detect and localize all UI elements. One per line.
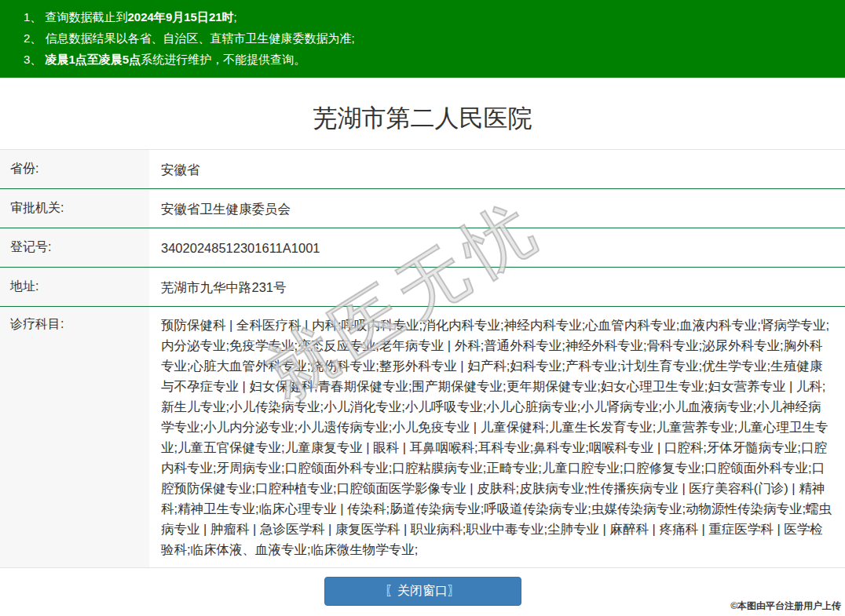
row-value: 预防保健科 | 全科医疗科 | 内科;呼吸内科专业;消化内科专业;神经内科专业;… [149,307,845,567]
notice-text: ; [234,10,237,24]
row-label: 登记号: [0,228,149,267]
row-value-text: 34020248512301611A1001 [161,238,832,258]
notice-line: 2、 信息数据结果以各省、自治区、直辖市卫生健康委数据为准; [24,27,837,49]
row-value-text: 芜湖市九华中路231号 [161,277,832,297]
row-label: 诊疗科目: [0,307,149,567]
notice-text: 3、 [24,53,46,66]
table-row: 登记号:34020248512301611A1001 [0,228,845,267]
row-value-text: 预防保健科 | 全科医疗科 | 内科;呼吸内科专业;消化内科专业;神经内科专业;… [161,315,832,560]
table-row: 地址:芜湖市九华中路231号 [0,267,845,306]
notice-bold-text: 2024年9月15日21时 [128,10,234,24]
row-label: 审批机关: [0,189,149,228]
row-value: 芜湖市九华中路231号 [149,268,845,306]
row-value-text: 安徽省 [161,159,832,180]
close-window-button[interactable]: 〖关闭窗口〗 [324,577,521,606]
notice-text: 系统进行维护，不能提供查询。 [141,53,305,66]
table-row: 省份:安徽省 [0,150,845,188]
notice-line: 1、 查询数据截止到2024年9月15日21时; [24,6,837,27]
notice-text: 2、 信息数据结果以各省、自治区、直辖市卫生健康委数据为准; [24,31,355,45]
page-title: 芜湖市第二人民医院 [0,101,845,136]
table-row: 诊疗科目:预防保健科 | 全科医疗科 | 内科;呼吸内科专业;消化内科专业;神经… [0,306,845,567]
notice-bold-text: 凌晨1点至凌晨5点 [46,53,141,66]
notice-text: 1、 查询数据截止到 [24,10,128,24]
table-row: 审批机关:安徽省卫生健康委员会 [0,188,845,228]
notice-bar: 1、 查询数据截止到2024年9月15日21时;2、 信息数据结果以各省、自治区… [0,0,845,78]
row-value: 安徽省 [149,150,845,188]
row-label: 地址: [0,268,149,306]
button-row: 〖关闭窗口〗 [0,577,845,606]
notice-line: 3、 凌晨1点至凌晨5点系统进行维护，不能提供查询。 [24,49,837,70]
row-value: 安徽省卫生健康委员会 [149,189,845,228]
info-table: 省份:安徽省审批机关:安徽省卫生健康委员会登记号:340202485123016… [0,149,845,568]
upload-credit-watermark: ©本图由平台注册用户上传 [730,600,841,613]
row-label: 省份: [0,150,149,188]
row-value: 34020248512301611A1001 [149,228,845,267]
row-value-text: 安徽省卫生健康委员会 [161,199,832,219]
